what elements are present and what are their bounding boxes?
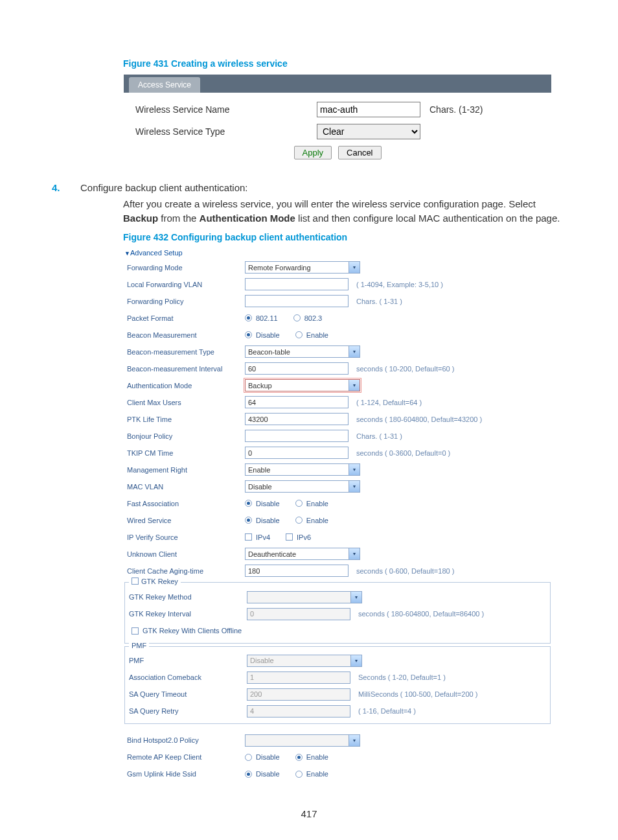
ipv6-checkbox[interactable] — [286, 533, 293, 541]
wireless-service-type-label: Wireless Service Type — [135, 126, 317, 137]
keep-client-enable-radio[interactable] — [295, 754, 303, 761]
fast-assoc-enable-radio[interactable] — [295, 500, 303, 507]
retry-hint: ( 1-16, Default=4 ) — [358, 707, 416, 715]
sa-query-retry-input — [247, 705, 350, 718]
max-users-hint: ( 1-124, Default=64 ) — [356, 399, 422, 406]
sa-query-timeout-label: SA Query Timeout — [129, 690, 247, 698]
beacon-interval-hint: seconds ( 10-200, Default=60 ) — [356, 365, 454, 373]
bind-hotspot-policy-label: Bind Hotspot2.0 Policy — [127, 736, 245, 744]
forwarding-mode-label: Forwarding Mode — [127, 264, 245, 272]
local-vlan-hint: ( 1-4094, Example: 3-5,10 ) — [356, 281, 443, 288]
ipv4-checkbox[interactable] — [245, 533, 252, 541]
chevron-down-icon: ▾ — [349, 464, 360, 475]
bonjour-policy-label: Bonjour Policy — [127, 432, 245, 440]
local-forwarding-vlan-label: Local Forwarding VLAN — [127, 281, 245, 288]
chevron-down-icon: ▾ — [349, 735, 360, 746]
gsm-uplink-hide-ssid-label: Gsm Uplink Hide Ssid — [127, 770, 245, 778]
tkip-hint: seconds ( 0-3600, Default=0 ) — [356, 449, 450, 457]
forwarding-policy-input[interactable] — [245, 295, 349, 307]
packet-format-8023-radio[interactable] — [293, 314, 301, 321]
pmf-select: Disable▾ — [247, 655, 362, 667]
fast-assoc-disable-radio[interactable] — [245, 500, 252, 507]
ptk-life-time-input[interactable] — [245, 413, 349, 425]
chevron-down-icon: ▾ — [349, 481, 360, 492]
chevron-down-icon: ▾ — [349, 380, 360, 391]
tab-bar: Access Service — [124, 75, 551, 93]
hide-ssid-disable-radio[interactable] — [245, 771, 252, 778]
association-comeback-input — [247, 671, 350, 684]
figure-432-caption: Figure 432 Configuring backup client aut… — [123, 232, 566, 242]
client-cache-aging-label: Client Cache Aging-time — [127, 567, 245, 575]
page-number: 417 — [52, 808, 566, 819]
hide-ssid-enable-radio[interactable] — [295, 771, 303, 778]
packet-format-80211-radio[interactable] — [245, 314, 252, 321]
sa-query-timeout-input — [247, 688, 350, 701]
unknown-client-label: Unknown Client — [127, 550, 245, 558]
gtk-interval-hint: seconds ( 180-604800, Default=86400 ) — [358, 610, 484, 618]
wireless-service-name-label: Wireless Service Name — [135, 104, 317, 115]
management-right-select[interactable]: Enable▾ — [245, 463, 360, 476]
gtk-rekey-offline-checkbox[interactable] — [132, 627, 139, 635]
tab-access-service[interactable]: Access Service — [129, 77, 200, 93]
keep-client-disable-radio[interactable] — [245, 754, 252, 761]
figure-431-panel: Access Service Wireless Service Name Cha… — [123, 74, 552, 167]
cache-age-hint: seconds ( 0-600, Default=180 ) — [356, 567, 454, 575]
remote-ap-keep-client-label: Remote AP Keep Client — [127, 753, 245, 761]
client-max-users-input[interactable] — [245, 396, 349, 408]
client-cache-aging-input[interactable] — [245, 565, 349, 577]
wired-disable-radio[interactable] — [245, 517, 252, 524]
ptk-life-hint: seconds ( 180-604800, Default=43200 ) — [356, 415, 482, 423]
bonjour-hint: Chars. ( 1-31 ) — [356, 432, 402, 440]
authentication-mode-select[interactable]: Backup▾ — [245, 379, 360, 391]
unknown-client-select[interactable]: Deauthenticate▾ — [245, 548, 360, 560]
pmf-label: PMF — [129, 657, 247, 664]
chevron-down-icon: ▾ — [349, 346, 360, 357]
gtk-rekey-checkbox[interactable] — [132, 578, 139, 585]
tkip-cm-time-label: TKIP CM Time — [127, 449, 245, 457]
apply-button[interactable]: Apply — [294, 146, 332, 159]
mac-vlan-label: MAC VLAN — [127, 483, 245, 491]
wired-service-label: Wired Service — [127, 517, 245, 524]
beacon-meas-disable-radio[interactable] — [245, 331, 252, 338]
tkip-cm-time-input[interactable] — [245, 447, 349, 459]
sa-query-retry-label: SA Query Retry — [129, 707, 247, 715]
client-max-users-label: Client Max Users — [127, 399, 245, 406]
authentication-mode-label: Authentication Mode — [127, 382, 245, 390]
local-forwarding-vlan-input[interactable] — [245, 278, 349, 290]
cancel-button[interactable]: Cancel — [338, 146, 381, 159]
beacon-interval-input[interactable] — [245, 362, 349, 375]
step-4-title: Configure backup client authentication: — [80, 182, 566, 193]
ip-verify-source-label: IP Verify Source — [127, 533, 245, 541]
beacon-meas-enable-radio[interactable] — [295, 331, 303, 338]
assoc-hint: Seconds ( 1-20, Default=1 ) — [358, 673, 446, 681]
beacon-measurement-label: Beacon Measurement — [127, 331, 245, 339]
wireless-service-type-select[interactable]: Clear — [317, 124, 420, 139]
beacon-type-label: Beacon-measurement Type — [127, 348, 245, 356]
step-4-number: 4. — [52, 182, 73, 193]
wired-enable-radio[interactable] — [295, 517, 303, 524]
figure-431-caption: Figure 431 Creating a wireless service — [123, 58, 566, 69]
gtk-rekey-interval-input — [247, 608, 350, 620]
timeout-hint: MilliSeconds ( 100-500, Default=200 ) — [358, 690, 477, 698]
fast-association-label: Fast Association — [127, 500, 245, 508]
fwd-policy-hint: Chars. ( 1-31 ) — [356, 298, 402, 305]
forwarding-mode-select[interactable]: Remote Forwarding▾ — [245, 261, 360, 274]
beacon-type-select[interactable]: Beacon-table▾ — [245, 345, 360, 358]
chevron-down-icon: ▾ — [350, 592, 361, 603]
ptk-life-time-label: PTK Life Time — [127, 415, 245, 423]
figure-432-panel: Advanced Setup Forwarding Mode Remote Fo… — [123, 248, 551, 783]
association-comeback-label: Association Comeback — [129, 673, 247, 681]
bind-hotspot-policy-select: ▾ — [245, 734, 360, 747]
advanced-setup-header[interactable]: Advanced Setup — [123, 248, 551, 259]
management-right-label: Management Right — [127, 466, 245, 474]
chevron-down-icon: ▾ — [349, 548, 360, 559]
gtk-rekey-interval-label: GTK Rekey Interval — [129, 610, 247, 618]
mac-vlan-select[interactable]: Disable▾ — [245, 480, 360, 493]
wireless-service-name-input[interactable] — [317, 102, 420, 117]
gtk-rekey-method-label: GTK Rekey Method — [129, 593, 247, 601]
pmf-box: PMF PMF Disable▾ Association Comeback Se… — [124, 646, 551, 724]
bonjour-policy-input[interactable] — [245, 430, 349, 442]
forwarding-policy-label: Forwarding Policy — [127, 298, 245, 305]
chevron-down-icon: ▾ — [349, 262, 360, 273]
name-hint: Chars. (1-32) — [429, 104, 483, 115]
